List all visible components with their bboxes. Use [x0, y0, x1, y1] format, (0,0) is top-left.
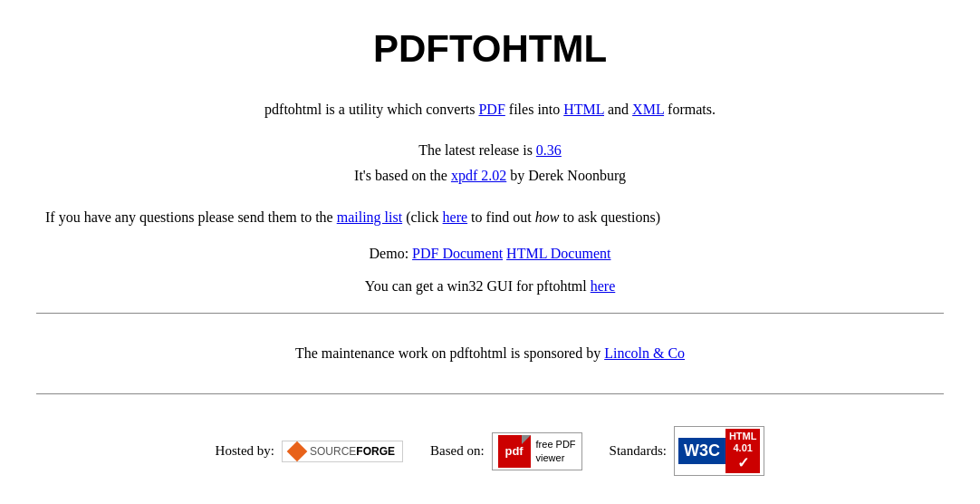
html-doc-link[interactable]: HTML Document	[506, 246, 610, 261]
based-on-item: Based on: pdf free PDF viewer	[430, 432, 582, 470]
hosted-by-item: Hosted by: SOURCEFORGE	[216, 441, 403, 462]
questions-text-before: If you have any questions please send th…	[45, 209, 337, 225]
questions-text-after: to find out	[467, 209, 535, 225]
sf-source-text: SOURCE	[310, 445, 356, 458]
main-container: PDFTOHTML pdftohtml is a utility which c…	[0, 0, 980, 504]
pdf-text-line1: free PDF	[536, 438, 576, 451]
here-link-questions[interactable]: here	[443, 209, 468, 225]
questions-text-between: (click	[402, 209, 442, 225]
sf-forge-text: FORGE	[356, 445, 395, 458]
questions-text-end: to ask questions)	[559, 209, 660, 225]
sf-text: SOURCEFORGE	[310, 445, 395, 458]
standards-item: Standards: W3C HTML 4.01 ✓	[610, 426, 765, 477]
html-link[interactable]: HTML	[563, 102, 604, 117]
footer-section: Hosted by: SOURCEFORGE Based on: pdf fre…	[36, 412, 944, 490]
intro-text-between-pdf-html: files into	[505, 102, 563, 117]
w3c-version-text: 4.01	[733, 442, 752, 454]
pdf-icon-text: pdf	[504, 444, 523, 458]
intro-text-after: formats.	[664, 102, 716, 117]
demo-prefix: Demo:	[370, 246, 413, 261]
xml-link[interactable]: XML	[632, 102, 664, 117]
win32-here-link[interactable]: here	[591, 278, 616, 294]
divider-top	[36, 313, 944, 314]
based-on-label: Based on:	[430, 443, 485, 459]
w3c-html-text: HTML	[729, 431, 757, 442]
pdf-link[interactable]: PDF	[478, 102, 504, 117]
release-link[interactable]: 0.36	[536, 142, 562, 158]
hosted-by-label: Hosted by:	[216, 443, 274, 459]
mailing-list-link[interactable]: mailing list	[337, 209, 402, 225]
demo-paragraph: Demo: PDF Document HTML Document	[36, 246, 944, 262]
pdf-doc-link[interactable]: PDF Document	[412, 246, 503, 261]
release-line2-before: It's based on the	[354, 168, 451, 183]
intro-text-before-pdf: pdftohtml is a utility which converts	[264, 102, 478, 117]
standards-label: Standards:	[610, 443, 667, 459]
questions-paragraph: If you have any questions please send th…	[36, 206, 944, 229]
pdf-text-line2: viewer	[536, 451, 576, 464]
xpdf-link[interactable]: xpdf 2.02	[451, 168, 506, 183]
pdf-badge[interactable]: pdf free PDF viewer	[492, 432, 582, 470]
how-italic: how	[535, 209, 560, 225]
pdf-badge-text: free PDF viewer	[536, 438, 576, 464]
release-line1-before: The latest release is	[418, 142, 536, 158]
w3c-badge[interactable]: W3C HTML 4.01 ✓	[674, 426, 765, 477]
sponsor-section: The maintenance work on pdftohtml is spo…	[36, 332, 944, 375]
sponsor-text-before: The maintenance work on pdftohtml is spo…	[295, 345, 604, 361]
release-line2-after: by Derek Noonburg	[506, 168, 626, 183]
sourceforge-badge[interactable]: SOURCEFORGE	[282, 441, 403, 462]
intro-text-between-html-xml: and	[604, 102, 632, 117]
w3c-checkmark-icon: ✓	[737, 454, 749, 471]
w3c-left-text: W3C	[678, 438, 725, 464]
sponsor-link[interactable]: Lincoln & Co	[604, 345, 685, 361]
divider-bottom	[36, 393, 944, 394]
release-paragraph: The latest release is 0.36 It's based on…	[36, 138, 944, 190]
win32-paragraph: You can get a win32 GUI for pftohtml her…	[36, 278, 944, 295]
w3c-right-area: HTML 4.01 ✓	[725, 429, 761, 474]
win32-text-before: You can get a win32 GUI for pftohtml	[365, 278, 591, 294]
page-title: PDFTOHTML	[36, 27, 944, 71]
intro-paragraph: pdftohtml is a utility which converts PD…	[36, 98, 944, 121]
pdf-icon: pdf	[498, 435, 531, 468]
sf-diamond-icon	[287, 441, 308, 461]
